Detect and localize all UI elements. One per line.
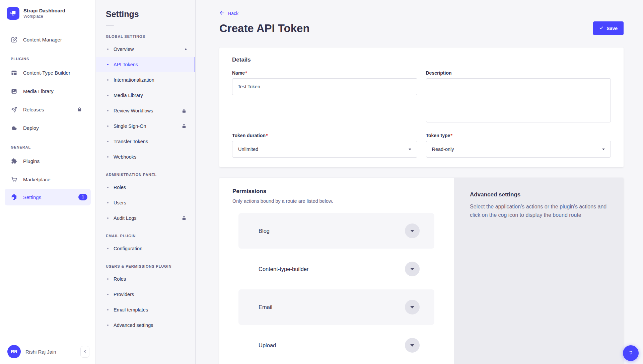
strapi-logo-icon bbox=[7, 7, 19, 20]
expand-blog-button[interactable] bbox=[405, 223, 420, 238]
sidebar-item-deploy[interactable]: Deploy bbox=[0, 119, 95, 137]
accordion-item-email[interactable]: Email bbox=[238, 289, 434, 325]
app-root: Strapi Dashboard Workplace Content Manag… bbox=[0, 0, 643, 364]
sidebar-item-label: Marketplace bbox=[23, 177, 51, 182]
sidebar-item-settings[interactable]: Settings 1 bbox=[5, 189, 91, 205]
subnav-item-transfer-tokens[interactable]: Transfer Tokens bbox=[96, 134, 195, 149]
subnav-item-configuration[interactable]: Configuration bbox=[96, 241, 195, 256]
bullet-dot bbox=[107, 248, 109, 249]
bullet-dot bbox=[107, 141, 109, 142]
permissions-accordion: Blog Content-type-builder Email Upload bbox=[238, 213, 434, 363]
sidebar-item-content-type-builder[interactable]: Content-Type Builder bbox=[0, 64, 95, 82]
back-link[interactable]: Back bbox=[219, 10, 238, 17]
token-type-select[interactable]: Read-only bbox=[426, 141, 611, 158]
token-duration-select[interactable]: Unlimited bbox=[232, 141, 417, 158]
avatar[interactable]: RR bbox=[7, 345, 21, 358]
required-asterisk: * bbox=[450, 133, 452, 138]
subnav-item-roles-admin[interactable]: Roles bbox=[96, 180, 195, 195]
page-title: Create API Token bbox=[219, 22, 310, 35]
workspace-subtitle: Workplace bbox=[23, 14, 65, 19]
subnav-section-administration-panel: ADMINISTRATION PANEL bbox=[96, 165, 195, 180]
subnav-item-label: Review Workflows bbox=[114, 108, 153, 113]
subnav-item-users[interactable]: Users bbox=[96, 195, 195, 210]
subnav-title: Settings bbox=[96, 0, 195, 19]
lock-icon bbox=[182, 216, 187, 221]
subnav-item-review-workflows[interactable]: Review Workflows bbox=[96, 103, 195, 118]
sidebar-nav: Content Manager PLUGINS Content-Type Bui… bbox=[0, 27, 95, 339]
subnav-item-roles-up[interactable]: Roles bbox=[96, 271, 195, 287]
bullet-dot bbox=[107, 309, 109, 310]
accordion-item-content-type-builder[interactable]: Content-type-builder bbox=[238, 251, 434, 287]
sidebar-item-label: Media Library bbox=[23, 88, 54, 94]
notification-dot bbox=[185, 49, 187, 50]
bullet-dot bbox=[107, 64, 109, 65]
bullet-dot bbox=[107, 49, 109, 50]
subnav-item-email-templates[interactable]: Email templates bbox=[96, 302, 195, 317]
permissions-title: Permissions bbox=[232, 188, 440, 195]
sidebar-item-content-manager[interactable]: Content Manager bbox=[0, 30, 95, 49]
subnav-item-label: Transfer Tokens bbox=[114, 139, 148, 144]
sidebar-item-marketplace[interactable]: Marketplace bbox=[0, 170, 95, 189]
check-icon bbox=[599, 26, 603, 31]
permissions-panel: Permissions Only actions bound by a rout… bbox=[219, 178, 454, 364]
workspace-title: Strapi Dashboard bbox=[23, 8, 65, 14]
save-button[interactable]: Save bbox=[593, 21, 624, 35]
token-type-field-group: Token type* Read-only bbox=[426, 133, 611, 158]
main-content: Back Create API Token Save Details Name* bbox=[196, 0, 643, 364]
subnav-item-label: Internationalization bbox=[114, 77, 154, 83]
subnav-item-media-library[interactable]: Media Library bbox=[96, 88, 195, 103]
gear-icon bbox=[11, 194, 17, 200]
name-input[interactable] bbox=[232, 78, 417, 95]
required-asterisk: * bbox=[266, 133, 268, 138]
bullet-dot bbox=[107, 156, 109, 158]
subnav-item-api-tokens[interactable]: API Tokens bbox=[96, 57, 195, 72]
token-type-label: Token type* bbox=[426, 133, 611, 138]
subnav-item-audit-logs[interactable]: Audit Logs bbox=[96, 210, 195, 226]
sidebar-item-releases[interactable]: Releases bbox=[0, 100, 95, 119]
bullet-dot bbox=[107, 278, 109, 280]
accordion-item-blog[interactable]: Blog bbox=[238, 213, 434, 249]
main-sidebar: Strapi Dashboard Workplace Content Manag… bbox=[0, 0, 96, 364]
subnav-item-webhooks[interactable]: Webhooks bbox=[96, 149, 195, 165]
user-bar: RR Rishi Raj Jain bbox=[0, 339, 95, 364]
collapse-sidebar-button[interactable] bbox=[80, 346, 89, 358]
sidebar-item-plugins[interactable]: Plugins bbox=[0, 152, 95, 170]
description-textarea[interactable] bbox=[426, 78, 611, 122]
subnav-item-label: Configuration bbox=[114, 246, 142, 251]
chevron-down-icon bbox=[410, 306, 414, 308]
subnav-item-overview[interactable]: Overview bbox=[96, 41, 195, 57]
expand-content-type-builder-button[interactable] bbox=[405, 262, 420, 276]
expand-upload-button[interactable] bbox=[405, 338, 420, 353]
subnav-item-providers[interactable]: Providers bbox=[96, 287, 195, 302]
subnav-item-single-sign-on[interactable]: Single Sign-On bbox=[96, 118, 195, 134]
accordion-item-upload[interactable]: Upload bbox=[238, 328, 434, 363]
bullet-dot bbox=[107, 79, 109, 81]
expand-email-button[interactable] bbox=[405, 300, 420, 314]
subnav-item-label: Single Sign-On bbox=[114, 123, 146, 129]
settings-notification-badge: 1 bbox=[78, 194, 87, 200]
lock-icon bbox=[182, 108, 187, 113]
back-label: Back bbox=[228, 11, 238, 16]
workspace-header[interactable]: Strapi Dashboard Workplace bbox=[0, 0, 95, 27]
sidebar-item-media-library[interactable]: Media Library bbox=[0, 82, 95, 100]
subnav-section-users-permissions-plugin: USERS & PERMISSIONS PLUGIN bbox=[96, 256, 195, 271]
chevron-down-icon bbox=[410, 230, 414, 232]
sidebar-item-label: Deploy bbox=[23, 125, 39, 131]
bullet-dot bbox=[107, 202, 109, 203]
token-type-value: Read-only bbox=[432, 147, 454, 152]
subnav-divider bbox=[106, 25, 114, 26]
subnav-item-label: Audit Logs bbox=[114, 215, 137, 221]
details-title: Details bbox=[232, 57, 611, 63]
subnav-section-email-plugin: EMAIL PLUGIN bbox=[96, 226, 195, 241]
advanced-settings-description: Select the application's actions or the … bbox=[470, 203, 608, 219]
subnav-item-label: Media Library bbox=[114, 93, 143, 98]
chevron-down-icon bbox=[602, 149, 605, 150]
subnav-item-advanced-settings[interactable]: Advanced settings bbox=[96, 317, 195, 333]
paper-plane-icon bbox=[11, 106, 17, 113]
sidebar-item-label: Releases bbox=[23, 107, 44, 112]
bullet-dot bbox=[107, 95, 109, 96]
permissions-card: Permissions Only actions bound by a rout… bbox=[219, 178, 624, 364]
subnav-section-global-settings: GLOBAL SETTINGS bbox=[96, 26, 195, 41]
subnav-item-internationalization[interactable]: Internationalization bbox=[96, 72, 195, 88]
help-button[interactable]: ? bbox=[623, 345, 639, 361]
